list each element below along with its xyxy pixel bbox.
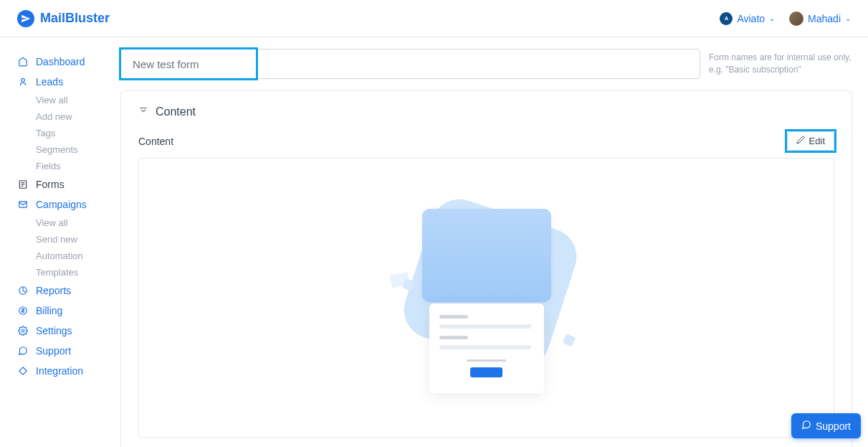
form-name-hint: Form names are for internal use only, e.… [709, 49, 852, 76]
form-name-input[interactable] [120, 49, 700, 79]
edit-content-button[interactable]: Edit [787, 131, 834, 151]
envelope-icon [17, 199, 29, 210]
content-preview [138, 158, 834, 438]
nav-camp-viewall[interactable]: View all [36, 215, 115, 231]
collapse-icon [138, 105, 148, 118]
nav-forms[interactable]: Forms [17, 174, 115, 194]
nav-leads-tags[interactable]: Tags [36, 125, 115, 141]
org-switcher[interactable]: A Aviato ⌄ [720, 12, 775, 25]
chat-icon [17, 346, 29, 356]
content-panel: Content Content Edit [120, 90, 852, 447]
nav-leads-fields[interactable]: Fields [36, 158, 115, 174]
empty-state-illustration [401, 197, 573, 398]
nav-leads[interactable]: Leads [17, 72, 115, 92]
nav-leads-addnew[interactable]: Add new [36, 108, 115, 125]
chart-icon [17, 286, 29, 296]
nav-reports[interactable]: Reports [17, 281, 115, 301]
form-icon [17, 179, 29, 189]
nav-settings[interactable]: Settings [17, 321, 115, 341]
paper-plane-icon [17, 10, 34, 27]
gear-icon [17, 326, 29, 336]
home-icon [17, 57, 29, 67]
nav-integration[interactable]: Integration [17, 361, 115, 381]
brand-name: MailBluster [40, 11, 110, 26]
nav-leads-segments[interactable]: Segments [36, 141, 115, 158]
content-label: Content [138, 136, 173, 147]
svg-point-0 [22, 78, 25, 82]
user-menu[interactable]: Mahadi ⌄ [789, 11, 851, 26]
svg-point-8 [22, 329, 24, 332]
user-icon [17, 77, 29, 87]
nav-campaigns[interactable]: Campaigns [17, 194, 115, 215]
chevron-down-icon: ⌄ [845, 14, 851, 22]
user-name: Mahadi [808, 13, 841, 24]
panel-header[interactable]: Content [138, 105, 834, 118]
org-name: Aviato [737, 13, 765, 24]
dollar-icon [17, 306, 29, 316]
support-fab-button[interactable]: Support [791, 413, 861, 438]
nav-support[interactable]: Support [17, 341, 115, 361]
nav-camp-templates[interactable]: Templates [36, 264, 115, 281]
nav-camp-automation[interactable]: Automation [36, 248, 115, 264]
nav-dashboard[interactable]: Dashboard [17, 52, 115, 72]
nav-billing[interactable]: Billing [17, 301, 115, 321]
nav-camp-sendnew[interactable]: Send new [36, 231, 115, 248]
pencil-icon [796, 136, 805, 146]
panel-title: Content [156, 105, 196, 118]
nav-leads-viewall[interactable]: View all [36, 92, 115, 108]
chevron-down-icon: ⌄ [769, 14, 775, 22]
chat-icon [801, 420, 811, 432]
brand-logo[interactable]: MailBluster [17, 10, 110, 27]
diamond-icon [17, 366, 29, 376]
org-avatar-icon: A [720, 12, 733, 25]
user-avatar-icon [789, 11, 803, 26]
sidebar: Dashboard Leads View all Add new Tags Se… [0, 37, 115, 447]
